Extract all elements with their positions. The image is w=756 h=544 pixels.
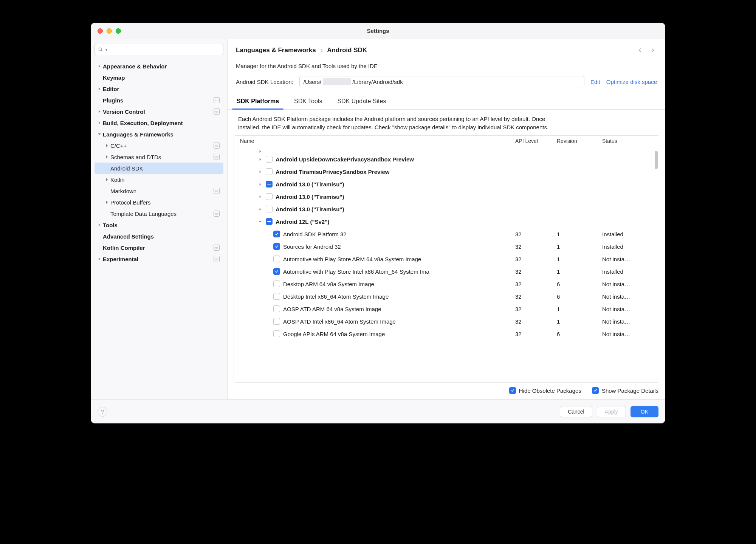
redacted-username — [323, 78, 351, 85]
minimize-icon[interactable] — [107, 28, 112, 34]
table-header: Name API Level Revision Status — [234, 136, 659, 147]
checkbox[interactable] — [266, 218, 273, 225]
table-row[interactable]: Android 13.0 ("Tiramisu") — [234, 178, 659, 191]
checkbox[interactable] — [266, 156, 273, 163]
tab-sdk-platforms[interactable]: SDK Platforms — [236, 96, 280, 109]
checkbox[interactable] — [273, 256, 280, 262]
checkbox[interactable] — [273, 243, 280, 250]
hide-obsolete-checkbox[interactable]: Hide Obsolete Packages — [509, 387, 581, 394]
scrollbar-thumb[interactable] — [655, 151, 658, 169]
sidebar-item-label: Keymap — [103, 74, 223, 81]
table-row[interactable]: Android SDK Platform 32321Installed — [234, 228, 659, 240]
sidebar-item-advanced-settings[interactable]: Advanced Settings — [94, 231, 223, 242]
sidebar-item-version-control[interactable]: Version Control▭ — [94, 106, 223, 117]
sidebar-item-c-c-[interactable]: C/C++▭ — [94, 140, 223, 151]
help-button[interactable]: ? — [98, 407, 107, 417]
zoom-icon[interactable] — [116, 28, 121, 34]
sidebar-item-android-sdk[interactable]: Android SDK — [94, 163, 223, 174]
table-row[interactable]: Desktop ARM 64 v8a System Image326Not in… — [234, 278, 659, 290]
table-row[interactable]: Google APIs ARM 64 v8a System Image326No… — [234, 328, 659, 340]
checkbox[interactable] — [273, 305, 280, 312]
tab-sdk-update-sites[interactable]: SDK Update Sites — [336, 96, 387, 109]
row-name: Automotive with Play Store ARM 64 v8a Sy… — [283, 256, 421, 262]
cancel-button[interactable]: Cancel — [560, 406, 592, 417]
table-row[interactable]: Android TiramisuPrivacySandbox Preview — [234, 166, 659, 178]
sidebar-item-keymap[interactable]: Keymap — [94, 72, 223, 83]
table-row[interactable]: Desktop Intel x86_64 Atom System Image32… — [234, 290, 659, 303]
row-api: 32 — [515, 293, 557, 300]
table-row[interactable]: Android UpsideDownCakePrivacySandbox Pre… — [234, 153, 659, 166]
checkbox[interactable] — [273, 268, 280, 275]
row-api: 32 — [515, 243, 557, 250]
row-status: Not insta… — [602, 256, 659, 262]
row-name: Android 12L ("Sv2") — [276, 219, 329, 225]
ok-button[interactable]: OK — [631, 406, 658, 417]
breadcrumb-parent: Languages & Frameworks — [236, 46, 316, 54]
table-row[interactable]: AOSP ATD Intel x86_64 Atom System Image3… — [234, 315, 659, 328]
sidebar-item-protocol-buffers[interactable]: Protocol Buffers — [94, 197, 223, 208]
nav-back-button[interactable] — [636, 46, 644, 54]
sdk-table: Name API Level Revision Status Android A… — [234, 135, 659, 383]
sidebar-item-kotlin-compiler[interactable]: Kotlin Compiler▭ — [94, 242, 223, 253]
project-scope-icon: ▭ — [214, 256, 220, 262]
sidebar-item-appearance-behavior[interactable]: Appearance & Behavior — [94, 60, 223, 72]
table-row[interactable]: Android 13.0 ("Tiramisu") — [234, 191, 659, 203]
settings-tree: Appearance & BehaviorKeymapEditorPlugins… — [94, 60, 223, 265]
checkbox[interactable] — [266, 206, 273, 212]
table-row[interactable]: Sources for Android 32321Installed — [234, 240, 659, 253]
row-api: 32 — [515, 281, 557, 287]
checkbox[interactable] — [266, 193, 273, 200]
search-input[interactable]: ▾ — [94, 44, 223, 55]
checkbox[interactable] — [273, 281, 280, 287]
row-revision: 1 — [557, 268, 602, 275]
sidebar-item-tools[interactable]: Tools — [94, 219, 223, 231]
project-scope-icon: ▭ — [214, 154, 220, 160]
sidebar-item-label: Appearance & Behavior — [103, 63, 223, 70]
row-name: Android 13.0 ("Tiramisu") — [276, 194, 344, 200]
table-row[interactable]: Automotive with Play Store ARM 64 v8a Sy… — [234, 253, 659, 265]
table-row[interactable]: Android 12L ("Sv2") — [234, 215, 659, 228]
checkbox[interactable] — [273, 330, 280, 337]
sidebar-item-schemas-and-dtds[interactable]: Schemas and DTDs▭ — [94, 151, 223, 163]
row-status: Not insta… — [602, 306, 659, 312]
chevron-right-icon — [257, 195, 263, 198]
row-revision: 1 — [557, 256, 602, 262]
sidebar-item-build-execution-deployment[interactable]: Build, Execution, Deployment — [94, 117, 223, 129]
sdk-location-label: Android SDK Location: — [236, 79, 293, 85]
show-package-details-checkbox[interactable]: Show Package Details — [592, 387, 658, 394]
close-icon[interactable] — [98, 28, 103, 34]
sidebar-item-markdown[interactable]: Markdown▭ — [94, 185, 223, 197]
table-row[interactable]: Android 13.0 ("Tiramisu") — [234, 203, 659, 215]
sidebar-item-label: Protocol Buffers — [110, 199, 223, 206]
sidebar-item-experimental[interactable]: Experimental▭ — [94, 253, 223, 265]
sdk-location-field[interactable]: /Users/ /Library/Android/sdk — [299, 76, 584, 87]
sidebar-item-languages-frameworks[interactable]: Languages & Frameworks — [94, 129, 223, 140]
edit-location-link[interactable]: Edit — [590, 79, 600, 85]
table-row[interactable]: Automotive with Play Store Intel x86 Ato… — [234, 265, 659, 278]
sidebar-item-label: Version Control — [103, 108, 214, 115]
nav-forward-button[interactable] — [649, 46, 657, 54]
tab-sdk-tools[interactable]: SDK Tools — [293, 96, 323, 109]
checkbox[interactable] — [266, 168, 273, 175]
sidebar-item-editor[interactable]: Editor — [94, 83, 223, 95]
chevron-down-icon — [257, 220, 263, 223]
table-row[interactable]: AOSP ATD ARM 64 v8a System Image321Not i… — [234, 303, 659, 315]
checkbox[interactable] — [273, 293, 280, 300]
sidebar-item-template-data-languages[interactable]: Template Data Languages▭ — [94, 208, 223, 219]
checkbox[interactable] — [273, 231, 280, 237]
table-body[interactable]: Android API 34Android UpsideDownCakePriv… — [234, 147, 659, 383]
checkbox[interactable] — [266, 181, 273, 188]
col-name: Name — [234, 138, 515, 144]
table-row[interactable]: Android API 34 — [234, 147, 659, 153]
sidebar-item-plugins[interactable]: Plugins▭ — [94, 95, 223, 106]
checkbox[interactable] — [273, 318, 280, 325]
sidebar-item-kotlin[interactable]: Kotlin — [94, 174, 223, 185]
sidebar-item-label: Build, Execution, Deployment — [103, 120, 223, 126]
row-name: Sources for Android 32 — [283, 243, 341, 250]
sidebar-item-label: Markdown — [110, 188, 214, 194]
apply-button[interactable]: Apply — [597, 406, 626, 417]
row-status: Installed — [602, 243, 659, 250]
row-api: 32 — [515, 318, 557, 325]
chevron-right-icon — [104, 200, 110, 204]
optimize-disk-link[interactable]: Optimize disk space — [606, 79, 657, 85]
